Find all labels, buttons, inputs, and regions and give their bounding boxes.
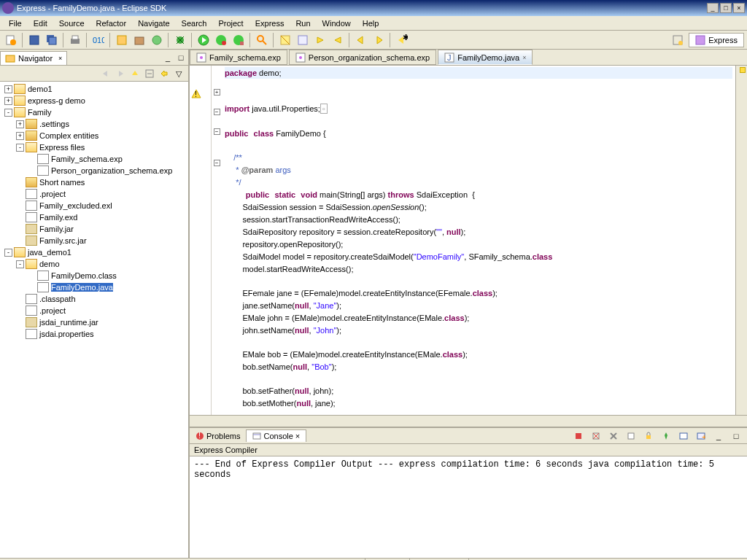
tree-expander[interactable]: - (4, 109, 12, 117)
pin-console-button[interactable] (658, 428, 674, 444)
menu-project[interactable]: Project (212, 18, 249, 29)
remove-all-button[interactable] (605, 428, 622, 444)
toggle-mark-button[interactable] (277, 32, 293, 48)
tree-item[interactable]: jsdai.properties (1, 328, 187, 340)
menu-edit[interactable]: Edit (28, 18, 53, 29)
nav-forward-button[interactable] (114, 67, 127, 80)
console-minimize-button[interactable]: _ (711, 428, 727, 444)
console-output[interactable]: --- End of Express Compiler Output --- e… (190, 456, 747, 558)
console-maximize-button[interactable]: □ (728, 428, 744, 444)
vertical-scrollbar[interactable] (735, 66, 747, 415)
open-perspective-button[interactable] (670, 32, 686, 48)
tree-item[interactable]: Short names (1, 176, 187, 188)
tree-item[interactable]: Person_organization_schema.exp (1, 165, 187, 176)
menu-search[interactable]: Search (176, 18, 213, 29)
tree-item[interactable]: +Complex entities (1, 130, 187, 141)
console-close-icon[interactable]: × (295, 432, 300, 440)
new-package-button[interactable] (131, 32, 147, 48)
scroll-lock-button[interactable] (640, 428, 657, 444)
tree-expander[interactable]: - (16, 144, 24, 152)
fold-collapse-button[interactable]: − (214, 128, 220, 135)
editor-tab[interactable]: Person_organization_schema.exp (289, 50, 436, 65)
maximize-button[interactable]: □ (720, 3, 732, 13)
tree-expander[interactable]: + (4, 85, 12, 93)
editor-tab[interactable]: JFamilyDemo.java× (438, 50, 533, 65)
terminate-button[interactable] (570, 428, 587, 444)
menu-run[interactable]: Run (290, 18, 316, 29)
view-minimize-button[interactable]: _ (162, 52, 174, 63)
tree-item[interactable]: +demo1 (1, 83, 187, 95)
nav-up-button[interactable] (128, 67, 142, 80)
fold-collapse-button[interactable]: − (214, 160, 220, 166)
horizontal-scrollbar[interactable] (190, 415, 747, 427)
navigator-close-icon[interactable]: × (58, 55, 62, 62)
clear-console-button[interactable] (623, 428, 639, 444)
nav-back-button[interactable] (99, 67, 112, 80)
save-all-button[interactable] (44, 32, 60, 48)
fold-expand-button[interactable]: + (214, 89, 220, 96)
tree-item[interactable]: jsdai_runtime.jar (1, 316, 187, 328)
forward-button[interactable] (371, 32, 387, 48)
new-button[interactable] (3, 32, 19, 48)
menu-window[interactable]: Window (317, 18, 357, 29)
tree-expander[interactable]: + (4, 97, 12, 105)
link-editor-button[interactable] (158, 67, 171, 80)
fold-collapse-button[interactable]: − (214, 109, 220, 115)
tree-item[interactable]: +express-g demo (1, 95, 187, 106)
tree-item[interactable]: .classpath (1, 293, 187, 305)
tree-expander[interactable]: - (16, 260, 24, 268)
menu-help[interactable]: Help (357, 18, 385, 29)
back-button[interactable] (353, 32, 369, 48)
tree-item[interactable]: +.settings (1, 118, 187, 130)
tree-expander[interactable]: - (4, 249, 12, 257)
tree-expander[interactable]: + (16, 120, 24, 128)
tree-item[interactable]: Family_excluded.exl (1, 200, 187, 211)
navigator-tab[interactable]: Navigator × (0, 51, 67, 65)
debug-button[interactable] (172, 32, 188, 48)
run-button[interactable] (196, 32, 212, 48)
problems-tab[interactable]: ! Problems (190, 430, 246, 442)
menu-source[interactable]: Source (53, 18, 90, 29)
view-menu-button[interactable]: ▽ (172, 67, 185, 80)
tree-item[interactable]: FamilyDemo.class (1, 270, 187, 281)
remove-launch-button[interactable] (588, 428, 604, 444)
print-button[interactable] (67, 32, 83, 48)
last-edit-button[interactable]: ✱ (394, 32, 410, 48)
next-annotation-button[interactable] (312, 32, 328, 48)
tree-item[interactable]: -java_demo1 (1, 246, 187, 258)
code-editor[interactable]: package demo; import java.util.Propertie… (222, 66, 735, 415)
view-maximize-button[interactable]: □ (175, 52, 187, 63)
new-class-button[interactable] (149, 32, 165, 48)
console-tab[interactable]: Console × (246, 429, 306, 442)
tree-item[interactable]: -Family (1, 106, 187, 118)
search-button[interactable] (254, 32, 270, 48)
tree-item[interactable]: Family.exd (1, 211, 187, 223)
express-perspective-button[interactable]: Express (689, 33, 744, 47)
tree-item[interactable]: -demo (1, 258, 187, 270)
tree-item[interactable]: Family.src.jar (1, 235, 187, 246)
tree-item[interactable]: Family.jar (1, 223, 187, 235)
open-console-button[interactable]: + (693, 428, 709, 444)
menu-navigate[interactable]: Navigate (132, 18, 175, 29)
save-button[interactable] (26, 32, 42, 48)
display-console-button[interactable] (676, 428, 692, 444)
annotation-button[interactable] (295, 32, 311, 48)
tab-close-icon[interactable]: × (522, 54, 526, 61)
menu-file[interactable]: File (3, 18, 28, 29)
tree-item[interactable]: .project (1, 305, 187, 316)
open-type-button[interactable] (114, 32, 130, 48)
external-tools-button[interactable] (231, 32, 247, 48)
navigator-tree[interactable]: +demo1+express-g demo-Family+.settings+C… (0, 82, 188, 558)
menu-express[interactable]: Express (249, 18, 290, 29)
fold-gutter[interactable]: + − − − (212, 66, 222, 415)
overview-marker[interactable] (740, 67, 746, 73)
tree-expander[interactable]: + (16, 132, 24, 140)
minimize-button[interactable]: _ (707, 3, 719, 13)
collapse-all-button[interactable] (143, 67, 156, 80)
prev-annotation-button[interactable] (330, 32, 346, 48)
tree-item[interactable]: Family_schema.exp (1, 153, 187, 165)
menu-refactor[interactable]: Refactor (90, 18, 133, 29)
editor-tab[interactable]: Family_schema.exp (190, 50, 287, 65)
tree-item[interactable]: FamilyDemo.java (1, 281, 187, 293)
tree-item[interactable]: -Express files (1, 141, 187, 153)
